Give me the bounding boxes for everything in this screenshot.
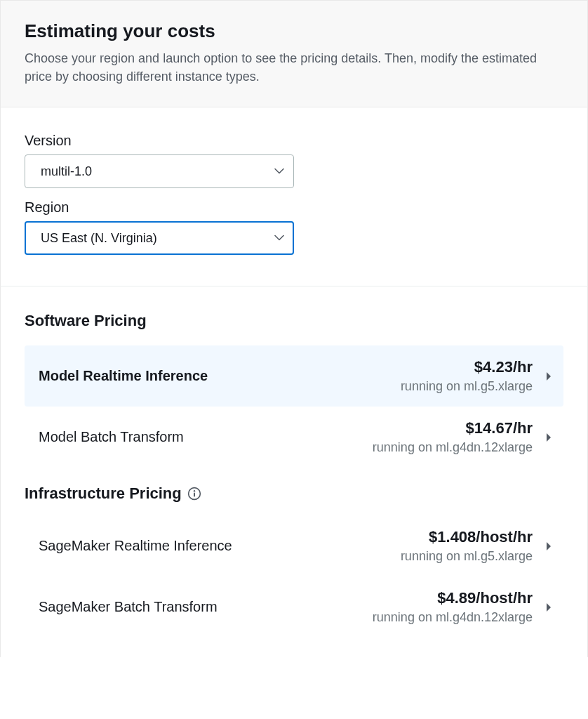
caret-right-icon bbox=[545, 433, 552, 442]
infrastructure-pricing-group: SageMaker Realtime Inference $1.408/host… bbox=[25, 515, 563, 638]
pricing-row-price: $4.23/hr bbox=[401, 358, 533, 376]
version-label: Version bbox=[25, 133, 563, 149]
pricing-row-sagemaker-realtime[interactable]: SageMaker Realtime Inference $1.408/host… bbox=[25, 515, 563, 576]
svg-point-1 bbox=[194, 490, 195, 492]
region-label: Region bbox=[25, 199, 563, 216]
pricing-row-subtext: running on ml.g4dn.12xlarge bbox=[373, 610, 533, 625]
pricing-row-right: $4.23/hr running on ml.g5.xlarge bbox=[401, 358, 533, 394]
pricing-row-right: $1.408/host/hr running on ml.g5.xlarge bbox=[401, 528, 533, 564]
pricing-row-subtext: running on ml.g5.xlarge bbox=[401, 549, 533, 564]
pricing-row-name: Model Batch Transform bbox=[39, 429, 373, 445]
pricing-row-sagemaker-batch[interactable]: SageMaker Batch Transform $4.89/host/hr … bbox=[25, 576, 563, 638]
region-select-wrap: US East (N. Virginia) bbox=[25, 221, 294, 255]
pricing-row-right: $4.89/host/hr running on ml.g4dn.12xlarg… bbox=[373, 589, 533, 625]
info-icon[interactable] bbox=[187, 487, 201, 501]
pricing-row-price: $14.67/hr bbox=[373, 419, 533, 437]
pricing-row-name: SageMaker Batch Transform bbox=[39, 599, 373, 615]
pricing-row-name: Model Realtime Inference bbox=[39, 368, 401, 384]
pricing-row-subtext: running on ml.g4dn.12xlarge bbox=[373, 440, 533, 455]
caret-right-icon bbox=[545, 602, 552, 612]
pricing-row-price: $4.89/host/hr bbox=[373, 589, 533, 607]
region-select-value: US East (N. Virginia) bbox=[41, 231, 157, 246]
pricing-row-realtime-inference[interactable]: Model Realtime Inference $4.23/hr runnin… bbox=[25, 345, 563, 407]
form-section: Version multil-1.0 Region US East (N. Vi… bbox=[0, 107, 588, 286]
svg-rect-2 bbox=[194, 493, 195, 497]
pricing-row-price: $1.408/host/hr bbox=[401, 528, 533, 546]
region-select[interactable]: US East (N. Virginia) bbox=[25, 221, 294, 255]
software-pricing-heading: Software Pricing bbox=[25, 312, 563, 330]
version-select-value: multil-1.0 bbox=[41, 164, 92, 179]
caret-right-icon bbox=[545, 541, 552, 551]
header-section: Estimating your costs Choose your region… bbox=[0, 0, 588, 107]
pricing-row-right: $14.67/hr running on ml.g4dn.12xlarge bbox=[373, 419, 533, 455]
pricing-row-batch-transform[interactable]: Model Batch Transform $14.67/hr running … bbox=[25, 407, 563, 468]
page-subtitle: Choose your region and launch option to … bbox=[25, 49, 563, 86]
pricing-row-subtext: running on ml.g5.xlarge bbox=[401, 379, 533, 394]
page-title: Estimating your costs bbox=[25, 20, 563, 42]
pricing-row-name: SageMaker Realtime Inference bbox=[39, 538, 401, 554]
infrastructure-pricing-heading: Infrastructure Pricing bbox=[25, 484, 563, 503]
infrastructure-pricing-heading-text: Infrastructure Pricing bbox=[25, 484, 182, 503]
caret-right-icon bbox=[545, 371, 552, 381]
version-select-wrap: multil-1.0 bbox=[25, 154, 294, 188]
software-pricing-group: Model Realtime Inference $4.23/hr runnin… bbox=[25, 345, 563, 468]
version-select[interactable]: multil-1.0 bbox=[25, 154, 294, 188]
pricing-section: Software Pricing Model Realtime Inferenc… bbox=[0, 286, 588, 657]
